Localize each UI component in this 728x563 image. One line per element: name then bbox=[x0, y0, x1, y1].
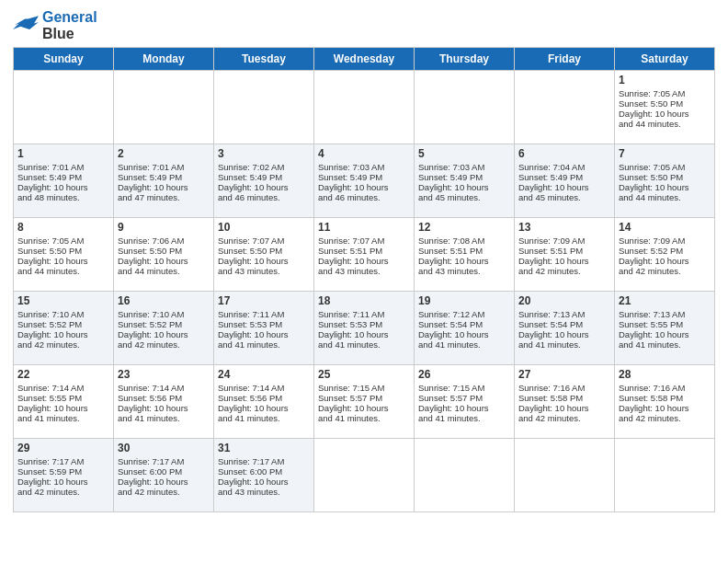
daylight: Daylight: 10 hours bbox=[318, 403, 389, 413]
calendar-week-0: 1Sunrise: 7:05 AMSunset: 5:50 PMDaylight… bbox=[14, 71, 715, 144]
daylight-cont: and 43 minutes. bbox=[318, 266, 381, 276]
sunset: Sunset: 6:00 PM bbox=[118, 466, 182, 477]
day-number: 20 bbox=[518, 294, 610, 307]
calendar-cell: 27Sunrise: 7:16 AMSunset: 5:58 PMDayligh… bbox=[515, 365, 615, 439]
daylight-cont: and 44 minutes. bbox=[619, 192, 681, 202]
day-number: 12 bbox=[418, 221, 510, 234]
day-number: 8 bbox=[17, 221, 109, 234]
sunrise: Sunrise: 7:13 AM bbox=[518, 309, 585, 319]
sunrise: Sunrise: 7:15 AM bbox=[418, 383, 484, 393]
calendar-cell bbox=[415, 71, 515, 144]
calendar-cell: 26Sunrise: 7:15 AMSunset: 5:57 PMDayligh… bbox=[415, 365, 515, 439]
daylight-cont: and 41 minutes. bbox=[17, 413, 80, 423]
calendar-cell: 18Sunrise: 7:11 AMSunset: 5:53 PMDayligh… bbox=[314, 292, 415, 365]
day-number: 6 bbox=[518, 147, 610, 160]
header: GeneralBlue bbox=[13, 9, 715, 41]
daylight-cont: and 46 minutes. bbox=[318, 192, 381, 202]
daylight: Daylight: 10 hours bbox=[318, 329, 389, 339]
daylight: Daylight: 10 hours bbox=[218, 329, 289, 339]
sunrise: Sunrise: 7:10 AM bbox=[118, 309, 184, 319]
sunset: Sunset: 5:49 PM bbox=[218, 172, 282, 182]
day-number: 22 bbox=[17, 368, 109, 381]
sunrise: Sunrise: 7:17 AM bbox=[17, 456, 84, 466]
calendar-week-1: 1Sunrise: 7:01 AMSunset: 5:49 PMDaylight… bbox=[14, 144, 715, 218]
daylight-cont: and 43 minutes. bbox=[418, 266, 481, 276]
daylight-cont: and 46 minutes. bbox=[218, 192, 280, 202]
daylight-cont: and 41 minutes. bbox=[318, 413, 381, 423]
calendar-cell: 28Sunrise: 7:16 AMSunset: 5:58 PMDayligh… bbox=[615, 365, 715, 439]
daylight: Daylight: 10 hours bbox=[17, 403, 88, 413]
page-container: GeneralBlue SundayMondayTuesdayWednesday… bbox=[0, 0, 728, 522]
day-number: 19 bbox=[418, 294, 510, 307]
daylight-cont: and 42 minutes. bbox=[518, 413, 581, 423]
day-number: 18 bbox=[318, 294, 410, 307]
day-number: 5 bbox=[418, 147, 510, 160]
daylight: Daylight: 10 hours bbox=[619, 256, 689, 266]
daylight-cont: and 45 minutes. bbox=[418, 192, 481, 202]
sunset: Sunset: 5:54 PM bbox=[418, 319, 483, 329]
calendar-header-friday: Friday bbox=[515, 48, 615, 71]
day-number: 25 bbox=[318, 368, 410, 381]
calendar-header-tuesday: Tuesday bbox=[214, 48, 314, 71]
sunrise: Sunrise: 7:17 AM bbox=[118, 456, 184, 466]
calendar-header-monday: Monday bbox=[114, 48, 214, 71]
day-number: 3 bbox=[218, 147, 310, 160]
daylight: Daylight: 10 hours bbox=[619, 182, 689, 192]
daylight-cont: and 42 minutes. bbox=[619, 266, 681, 276]
sunset: Sunset: 5:49 PM bbox=[17, 172, 82, 182]
sunset: Sunset: 5:50 PM bbox=[619, 172, 683, 182]
calendar-cell bbox=[114, 71, 214, 144]
day-number: 11 bbox=[318, 221, 410, 234]
calendar-cell bbox=[415, 439, 515, 512]
daylight-cont: and 42 minutes. bbox=[118, 487, 180, 497]
daylight: Daylight: 10 hours bbox=[418, 256, 489, 266]
daylight: Daylight: 10 hours bbox=[218, 403, 289, 413]
calendar-header-row: SundayMondayTuesdayWednesdayThursdayFrid… bbox=[14, 48, 715, 71]
daylight: Daylight: 10 hours bbox=[518, 182, 589, 192]
daylight: Daylight: 10 hours bbox=[518, 256, 589, 266]
sunset: Sunset: 5:50 PM bbox=[118, 246, 182, 256]
day-number: 31 bbox=[218, 442, 310, 454]
sunset: Sunset: 5:49 PM bbox=[118, 172, 182, 182]
calendar-week-4: 22Sunrise: 7:14 AMSunset: 5:55 PMDayligh… bbox=[14, 365, 715, 439]
sunrise: Sunrise: 7:11 AM bbox=[218, 309, 284, 319]
day-number: 4 bbox=[318, 147, 410, 160]
daylight: Daylight: 10 hours bbox=[118, 403, 188, 413]
sunset: Sunset: 5:58 PM bbox=[619, 393, 683, 403]
sunset: Sunset: 5:50 PM bbox=[17, 246, 82, 256]
logo: GeneralBlue bbox=[13, 9, 97, 41]
calendar-cell bbox=[314, 71, 415, 144]
day-number: 14 bbox=[619, 221, 711, 234]
day-number: 9 bbox=[118, 221, 210, 234]
calendar-header-wednesday: Wednesday bbox=[314, 48, 415, 71]
sunset: Sunset: 5:55 PM bbox=[17, 393, 82, 403]
sunset: Sunset: 5:54 PM bbox=[518, 319, 583, 329]
daylight: Daylight: 10 hours bbox=[218, 256, 289, 266]
sunrise: Sunrise: 7:13 AM bbox=[619, 309, 685, 319]
daylight-cont: and 42 minutes. bbox=[17, 339, 80, 350]
calendar-cell: 15Sunrise: 7:10 AMSunset: 5:52 PMDayligh… bbox=[14, 292, 114, 365]
calendar-cell bbox=[314, 439, 415, 512]
sunrise: Sunrise: 7:14 AM bbox=[17, 383, 84, 393]
daylight: Daylight: 10 hours bbox=[17, 477, 88, 487]
calendar-cell: 9Sunrise: 7:06 AMSunset: 5:50 PMDaylight… bbox=[114, 218, 214, 292]
calendar-cell: 1Sunrise: 7:05 AMSunset: 5:50 PMDaylight… bbox=[615, 71, 715, 144]
calendar-table: SundayMondayTuesdayWednesdayThursdayFrid… bbox=[13, 47, 715, 512]
sunrise: Sunrise: 7:01 AM bbox=[17, 162, 84, 172]
daylight-cont: and 45 minutes. bbox=[518, 192, 581, 202]
daylight-cont: and 41 minutes. bbox=[518, 339, 581, 350]
calendar-cell bbox=[515, 71, 615, 144]
calendar-week-3: 15Sunrise: 7:10 AMSunset: 5:52 PMDayligh… bbox=[14, 292, 715, 365]
sunset: Sunset: 5:50 PM bbox=[218, 246, 282, 256]
daylight: Daylight: 10 hours bbox=[619, 403, 689, 413]
calendar-week-5: 29Sunrise: 7:17 AMSunset: 5:59 PMDayligh… bbox=[14, 439, 715, 512]
daylight-cont: and 41 minutes. bbox=[418, 339, 481, 350]
calendar-cell: 11Sunrise: 7:07 AMSunset: 5:51 PMDayligh… bbox=[314, 218, 415, 292]
daylight: Daylight: 10 hours bbox=[518, 329, 589, 339]
daylight: Daylight: 10 hours bbox=[518, 403, 589, 413]
day-number: 2 bbox=[118, 147, 210, 160]
calendar-cell: 16Sunrise: 7:10 AMSunset: 5:52 PMDayligh… bbox=[114, 292, 214, 365]
daylight: Daylight: 10 hours bbox=[218, 477, 289, 487]
sunset: Sunset: 5:50 PM bbox=[619, 98, 683, 109]
sunrise: Sunrise: 7:12 AM bbox=[418, 309, 484, 319]
